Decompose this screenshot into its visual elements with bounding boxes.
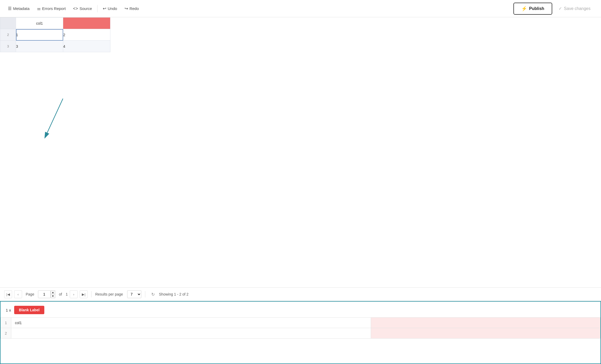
metadata-icon: ☰ bbox=[8, 6, 12, 11]
bottom-cell-2-1[interactable] bbox=[11, 328, 371, 339]
check-icon: ✓ bbox=[559, 6, 562, 11]
errors-icon: ⚌ bbox=[37, 6, 41, 11]
redo-button[interactable]: ↪ Redo bbox=[121, 4, 143, 13]
source-label: Source bbox=[79, 6, 92, 11]
undo-label: Undo bbox=[108, 6, 117, 11]
count-label: 1 x bbox=[6, 308, 11, 312]
arrow-annotation bbox=[42, 96, 73, 144]
pagination-sep-2 bbox=[145, 291, 145, 297]
prev-page-button[interactable]: ‹ bbox=[14, 290, 22, 298]
results-per-page-select[interactable]: 7 10 25 50 bbox=[127, 290, 141, 298]
bottom-cell-2-2[interactable] bbox=[371, 328, 600, 339]
pagination-sep-1 bbox=[91, 291, 92, 297]
refresh-icon: ↻ bbox=[151, 292, 155, 297]
redo-icon: ↪ bbox=[125, 6, 128, 11]
first-page-button[interactable]: |◀ bbox=[4, 290, 12, 298]
col2-header[interactable] bbox=[63, 18, 110, 29]
of-label: of bbox=[59, 292, 62, 296]
spreadsheet-table: col1 2 1 2 bbox=[0, 17, 110, 52]
blank-label-header: 1 x Blank Label bbox=[1, 302, 600, 317]
undo-icon: ↩ bbox=[103, 6, 106, 11]
bottom-row-num-2: 2 bbox=[1, 328, 11, 339]
page-up-button[interactable]: ▲ bbox=[51, 290, 55, 294]
publish-label: Publish bbox=[529, 6, 544, 11]
bottom-cell-1-1[interactable]: col1 bbox=[11, 318, 371, 328]
col1-header[interactable]: col1 bbox=[16, 18, 63, 29]
last-page-button[interactable]: ▶| bbox=[80, 290, 88, 298]
results-label: Results per page bbox=[95, 292, 123, 296]
undo-button[interactable]: ↩ Undo bbox=[99, 4, 121, 13]
save-changes-button[interactable]: ✓ Save changes bbox=[552, 3, 597, 14]
page-stepper: ▲ ▼ bbox=[51, 290, 55, 298]
total-pages: 1 bbox=[66, 292, 68, 296]
table-row: 3 3 4 bbox=[0, 41, 110, 52]
toolbar: ☰ Metadata ⚌ Errors Report <> Source ↩ U… bbox=[0, 0, 601, 17]
data-table-area: col1 2 1 2 bbox=[0, 17, 601, 287]
errors-report-button[interactable]: ⚌ Errors Report bbox=[33, 4, 69, 13]
cell-2-2[interactable]: 2 bbox=[63, 29, 110, 41]
table-row: 2 1 2 bbox=[0, 29, 110, 41]
page-label: Page bbox=[26, 292, 34, 296]
refresh-button[interactable]: ↻ bbox=[149, 290, 157, 298]
bottom-cell-1-2[interactable] bbox=[371, 318, 600, 328]
svg-line-1 bbox=[47, 99, 63, 133]
separator-1 bbox=[97, 5, 98, 12]
metadata-button[interactable]: ☰ Metadata bbox=[4, 4, 33, 13]
errors-label: Errors Report bbox=[42, 6, 66, 11]
cell-3-1[interactable]: 3 bbox=[16, 41, 63, 52]
next-page-button[interactable]: › bbox=[70, 290, 78, 298]
pagination-bar: |◀ ‹ Page ▲ ▼ of 1 › ▶| Results per page… bbox=[0, 287, 601, 301]
arrow-svg bbox=[42, 96, 73, 143]
cell-3-2[interactable]: 4 bbox=[63, 41, 110, 52]
bottom-panel: 1 x Blank Label 1 col1 2 bbox=[0, 301, 601, 364]
bottom-table-row-2: 2 bbox=[1, 328, 600, 339]
blank-label-button[interactable]: Blank Label bbox=[14, 306, 44, 314]
source-icon: <> bbox=[73, 6, 78, 11]
showing-text: Showing 1 - 2 of 2 bbox=[159, 292, 189, 296]
main-area: col1 2 1 2 bbox=[0, 17, 601, 364]
row-num-3: 3 bbox=[0, 41, 16, 52]
row-num-2: 2 bbox=[0, 29, 16, 41]
bolt-icon: ⚡ bbox=[521, 6, 527, 12]
redo-label: Redo bbox=[130, 6, 139, 11]
bottom-table-row-1: 1 col1 bbox=[1, 318, 600, 328]
page-input[interactable] bbox=[38, 290, 51, 298]
source-button[interactable]: <> Source bbox=[69, 4, 96, 13]
metadata-label: Metadata bbox=[13, 6, 30, 11]
page-down-button[interactable]: ▼ bbox=[51, 294, 55, 298]
corner-cell bbox=[0, 18, 16, 29]
save-changes-label: Save changes bbox=[564, 6, 591, 11]
bottom-table: 1 col1 2 bbox=[1, 317, 600, 339]
bottom-row-num-1: 1 bbox=[1, 318, 11, 328]
publish-button[interactable]: ⚡ Publish bbox=[513, 3, 552, 15]
cell-2-1[interactable]: 1 bbox=[16, 29, 63, 41]
